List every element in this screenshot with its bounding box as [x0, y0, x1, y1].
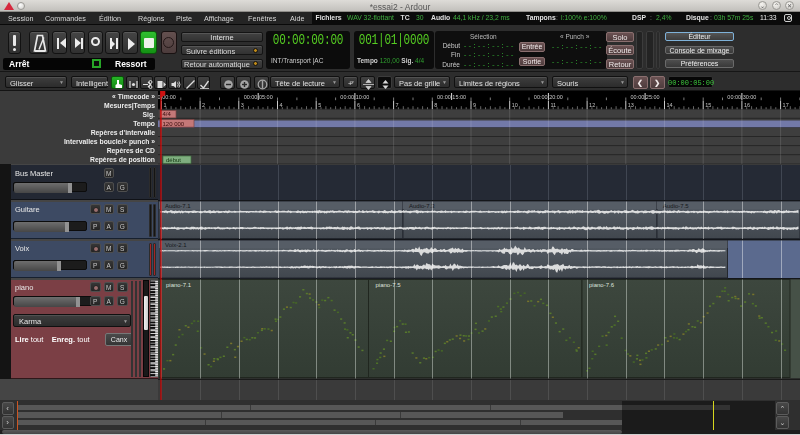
- svg-text:piano-7.1: piano-7.1: [166, 282, 192, 288]
- svg-text:Audio-7.3: Audio-7.3: [409, 203, 435, 209]
- svg-text:Audio-7.1: Audio-7.1: [165, 203, 191, 209]
- svg-text:14: 14: [667, 102, 673, 108]
- svg-text:00:00:20:00: 00:00:20:00: [534, 94, 563, 100]
- svg-text:00:00:30:00: 00:00:30:00: [727, 94, 756, 100]
- svg-text:00:00:25:00: 00:00:25:00: [631, 94, 660, 100]
- svg-text:5: 5: [318, 102, 321, 108]
- svg-text:3: 3: [241, 102, 244, 108]
- svg-text:16: 16: [744, 102, 750, 108]
- svg-text:120 000: 120 000: [163, 121, 185, 127]
- svg-text:9: 9: [473, 102, 476, 108]
- svg-text:4: 4: [280, 102, 283, 108]
- svg-text:00:00:15:00: 00:00:15:00: [437, 94, 466, 100]
- svg-text:piano-7.6: piano-7.6: [589, 282, 615, 288]
- svg-text:00:00:10:00: 00:00:10:00: [340, 94, 369, 100]
- svg-text:17: 17: [783, 102, 789, 108]
- svg-text:2: 2: [202, 102, 205, 108]
- svg-text:8: 8: [434, 102, 437, 108]
- svg-text:12: 12: [589, 102, 595, 108]
- svg-text:00:00:05:00: 00:00:05:00: [244, 94, 273, 100]
- svg-text:Voix-2.1: Voix-2.1: [165, 242, 187, 248]
- svg-text:6: 6: [357, 102, 360, 108]
- svg-text:10: 10: [512, 102, 518, 108]
- svg-text:15: 15: [705, 102, 711, 108]
- svg-text:4/4: 4/4: [163, 111, 172, 117]
- svg-text:13: 13: [628, 102, 634, 108]
- svg-text:7: 7: [396, 102, 399, 108]
- svg-text:piano-7.5: piano-7.5: [376, 282, 402, 288]
- svg-text:début: début: [166, 157, 181, 163]
- svg-text:1: 1: [163, 102, 166, 108]
- svg-text:11: 11: [550, 102, 556, 108]
- svg-text:Audio-7.5: Audio-7.5: [663, 203, 689, 209]
